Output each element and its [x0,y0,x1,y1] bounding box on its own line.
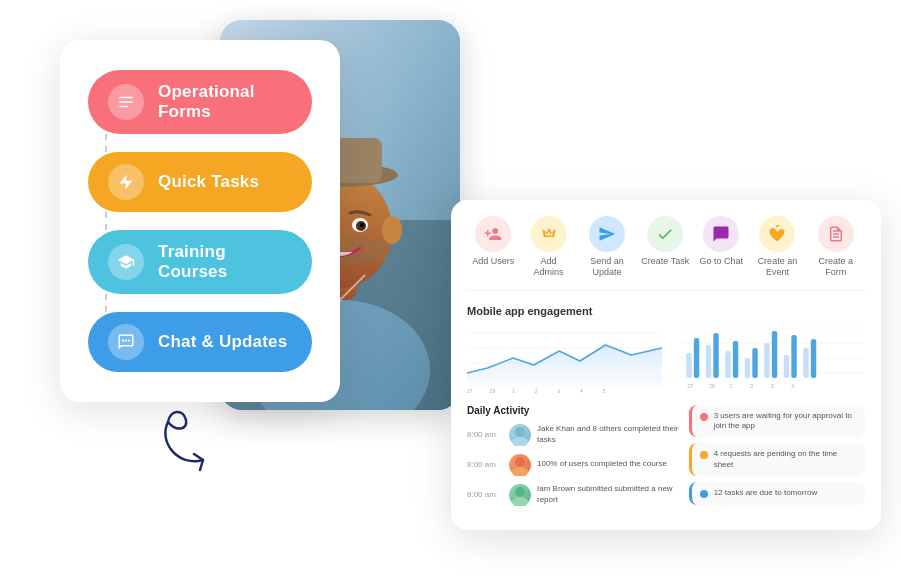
notif-dot-1 [700,413,708,421]
svg-rect-48 [706,345,711,378]
svg-text:5: 5 [602,388,605,393]
svg-rect-54 [764,343,769,378]
svg-text:4: 4 [580,388,583,393]
svg-text:4: 4 [791,383,794,389]
create-task-label: Create Task [641,256,689,267]
svg-rect-55 [772,331,777,378]
pill-label-training: Training Courses [158,242,292,282]
activity-item: 8:00 am Jake Khan and 8 others completed… [467,424,679,446]
svg-rect-50 [725,351,730,378]
pill-operational-forms[interactable]: Operational Forms [88,70,312,134]
svg-rect-57 [791,335,796,378]
line-chart: 27 29 1 2 3 4 5 120 80 40 [467,323,662,393]
quick-action-send-update[interactable]: Send an Update [583,216,631,278]
create-event-icon [759,216,795,252]
svg-rect-56 [784,355,789,378]
svg-point-20 [360,223,364,227]
quick-action-create-task[interactable]: Create Task [641,216,689,278]
notif-dot-3 [700,490,708,498]
svg-point-67 [512,437,528,446]
chart-title: Mobile app engagement [467,305,865,317]
dashboard-panel: Add Users Add Admins Send an Update [451,200,881,530]
svg-text:1: 1 [512,388,515,393]
chart-section: Mobile app engagement [467,305,865,393]
quick-action-create-form[interactable]: Create a Form [812,216,860,278]
connector-3 [105,294,107,312]
send-update-label: Send an Update [583,256,631,278]
svg-text:2: 2 [535,388,538,393]
add-admins-icon [531,216,567,252]
svg-rect-1 [119,101,133,103]
feature-panel: Operational Forms Quick Tasks Training C… [60,40,340,402]
activity-text-2: 100% of users completed the course [537,459,667,469]
notification-item-2: 4 requests are pending on the time sheet [689,443,865,476]
daily-activity-title: Daily Activity [467,405,679,416]
chart-area: 27 29 1 2 3 4 5 120 80 40 [467,323,865,393]
svg-rect-58 [803,348,808,378]
activity-avatar-2 [509,454,531,476]
svg-rect-49 [713,333,718,378]
svg-point-70 [515,487,525,497]
svg-rect-46 [686,353,691,378]
svg-text:3: 3 [771,383,774,389]
activity-time-1: 8:00 am [467,430,503,439]
create-form-label: Create a Form [812,256,860,278]
go-to-chat-icon [703,216,739,252]
svg-rect-47 [694,338,699,378]
svg-point-6 [128,339,130,341]
create-task-icon [647,216,683,252]
svg-point-4 [122,339,124,341]
quick-action-add-admins[interactable]: Add Admins [525,216,573,278]
bar-chart: 50 4M 3M 1M [670,323,865,393]
svg-text:28: 28 [709,383,715,389]
quick-action-add-users[interactable]: Add Users [472,216,514,278]
create-form-icon [818,216,854,252]
svg-point-66 [515,427,525,437]
activity-time-3: 8:00 am [467,490,503,499]
bottom-section: Daily Activity 8:00 am Jake Khan and 8 o… [467,405,865,514]
notif-text-1: 3 users are waiting for your approval to… [714,411,857,432]
activity-item: 8:00 am 100% of users completed the cour… [467,454,679,476]
pill-label-operational: Operational Forms [158,82,292,122]
svg-point-71 [512,497,528,506]
add-users-label: Add Users [472,256,514,267]
notif-text-2: 4 requests are pending on the time sheet [714,449,857,470]
svg-rect-51 [733,341,738,378]
svg-text:1: 1 [730,383,733,389]
svg-text:27: 27 [687,383,693,389]
svg-rect-52 [745,358,750,378]
send-update-icon [589,216,625,252]
notification-item-1: 3 users are waiting for your approval to… [689,405,865,438]
quick-action-create-event[interactable]: Create an Event [753,216,801,278]
svg-point-69 [512,467,528,476]
svg-text:3: 3 [557,388,560,393]
connector-1 [105,134,107,152]
notif-dot-2 [700,451,708,459]
svg-text:2: 2 [750,383,753,389]
connector-2 [105,212,107,230]
add-admins-label: Add Admins [525,256,573,278]
pill-training-courses[interactable]: Training Courses [88,230,312,294]
pill-quick-tasks[interactable]: Quick Tasks [88,152,312,212]
quick-tasks-icon [108,164,144,200]
notifications-panel: 3 users are waiting for your approval to… [689,405,865,514]
svg-rect-2 [119,106,128,108]
quick-action-go-to-chat[interactable]: Go to Chat [700,216,744,278]
chat-updates-icon [108,324,144,360]
pill-label-tasks: Quick Tasks [158,172,259,192]
pill-chat-updates[interactable]: Chat & Updates [88,312,312,372]
add-users-icon [475,216,511,252]
quick-actions-row: Add Users Add Admins Send an Update [467,216,865,291]
svg-marker-3 [119,175,133,190]
activity-text-1: Jake Khan and 8 others completed their t… [537,424,679,445]
daily-activity: Daily Activity 8:00 am Jake Khan and 8 o… [467,405,679,514]
svg-rect-0 [119,97,133,99]
main-container: Operational Forms Quick Tasks Training C… [0,0,901,577]
go-to-chat-label: Go to Chat [700,256,744,267]
svg-rect-53 [752,348,757,378]
activity-avatar-1 [509,424,531,446]
notif-text-3: 12 tasks are due to tomorrow [714,488,818,498]
create-event-label: Create an Event [753,256,801,278]
activity-time-2: 8:00 am [467,460,503,469]
operational-forms-icon [108,84,144,120]
